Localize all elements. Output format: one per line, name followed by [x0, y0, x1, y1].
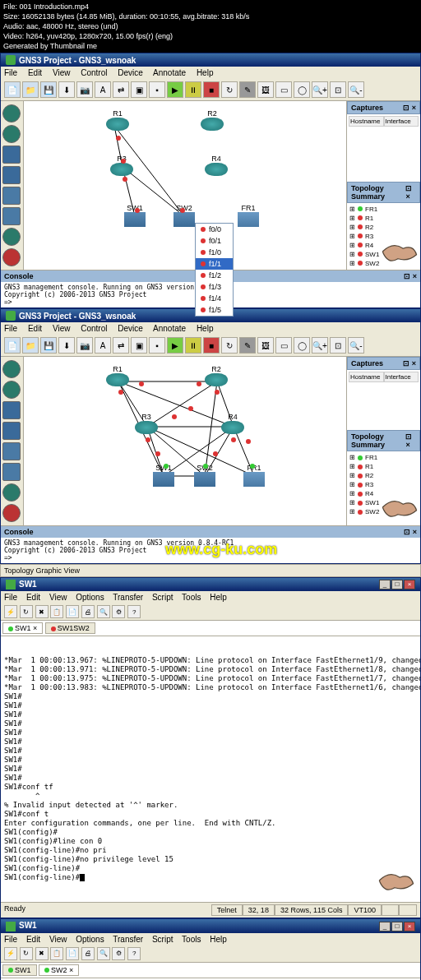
link-tool[interactable] — [2, 483, 21, 502]
find-button[interactable]: 🔍 — [97, 947, 110, 960]
link-tool[interactable] — [2, 228, 21, 246]
paste-button[interactable]: 📄 — [66, 947, 79, 960]
image-button[interactable]: 🖼 — [257, 81, 274, 98]
cancel-tool[interactable] — [2, 248, 21, 266]
console-button[interactable]: ▣ — [131, 81, 147, 98]
show-labels-button[interactable]: A — [95, 337, 111, 354]
close-button[interactable]: × — [404, 922, 415, 931]
console-header[interactable]: Console⊡ × — [1, 526, 420, 538]
zoom-reset-button[interactable]: ⊡ — [330, 81, 346, 98]
zoom-out-button[interactable]: 🔍- — [348, 337, 364, 354]
ctx-item[interactable]: f1/3 — [196, 281, 233, 293]
ctx-item[interactable]: f1/2 — [196, 270, 233, 281]
host-tool[interactable] — [2, 442, 21, 460]
open-button[interactable]: 📁 — [22, 337, 39, 354]
save-button[interactable]: 💾 — [40, 337, 57, 354]
switch-tool[interactable] — [2, 146, 21, 164]
menu-help[interactable]: Help — [210, 593, 227, 602]
ctx-item[interactable]: f0/1 — [196, 235, 233, 247]
device-r4[interactable]: R4 — [205, 155, 228, 176]
menu-file[interactable]: File — [4, 68, 17, 77]
find-button[interactable]: 🔍 — [97, 605, 110, 618]
menu-script[interactable]: Script — [152, 935, 173, 944]
device-r3[interactable]: R3 — [135, 413, 158, 434]
topo-item[interactable]: ⊞FR1 — [349, 453, 419, 462]
pause-button[interactable]: ⏸ — [185, 337, 201, 354]
menu-device[interactable]: Device — [118, 68, 143, 77]
maximize-button[interactable]: □ — [391, 580, 403, 589]
menubar[interactable]: File Edit View Control Device Annotate H… — [1, 322, 420, 335]
menu-view[interactable]: View — [53, 68, 71, 77]
copy-button[interactable]: 📋 — [50, 605, 63, 618]
device-sw2[interactable]: SW2 — [173, 204, 195, 227]
topology-header[interactable]: Topology Summary⊡ × — [347, 430, 420, 451]
topology-view-bar[interactable]: Topology Graphic View — [0, 564, 421, 577]
ctx-item[interactable]: f1/0 — [196, 247, 233, 258]
play-button[interactable]: ▶ — [167, 81, 183, 98]
menu-control[interactable]: Control — [81, 68, 107, 77]
host-tool[interactable] — [2, 187, 21, 205]
device-r2[interactable]: R2 — [201, 109, 224, 131]
cloud-tool[interactable] — [2, 463, 21, 481]
captures-header[interactable]: Captures⊡ × — [347, 101, 420, 114]
topo-item[interactable]: ⊞R3 — [349, 480, 419, 489]
copy-button[interactable]: 📋 — [50, 947, 63, 960]
reload-button[interactable]: ↻ — [221, 337, 238, 354]
device-r2[interactable]: R2 — [205, 365, 228, 386]
disconnect-button[interactable]: ✖ — [35, 605, 49, 618]
console-button[interactable]: ▣ — [131, 337, 147, 354]
ctx-item-selected[interactable]: f1/1 — [196, 258, 233, 270]
show-ports-button[interactable]: ⇄ — [113, 337, 129, 354]
router-tool[interactable] — [2, 104, 21, 122]
tab-sw2[interactable]: SW2 × — [39, 964, 79, 976]
router-tool[interactable] — [2, 360, 21, 378]
properties-button[interactable]: ⚙ — [112, 947, 125, 960]
topo-item[interactable]: ⊞R2 — [349, 471, 419, 480]
tab-sw1sw2[interactable]: SW1SW2 — [45, 622, 95, 634]
rect-button[interactable]: ▭ — [275, 81, 292, 98]
switch-tool[interactable] — [2, 401, 21, 419]
col-hostname[interactable]: Hostname — [349, 116, 384, 127]
captures-header[interactable]: Captures⊡ × — [347, 357, 420, 370]
device-fr1[interactable]: FR1 — [238, 204, 259, 227]
paste-button[interactable]: 📄 — [66, 605, 79, 618]
tab-sw1[interactable]: SW1 — [2, 964, 37, 976]
cloud-tool[interactable] — [2, 207, 21, 225]
new-button[interactable]: 📄 — [4, 337, 21, 354]
terminal-button[interactable]: ▪ — [149, 337, 165, 354]
note-button[interactable]: ✎ — [239, 337, 256, 354]
topo-item[interactable]: ⊞R2 — [349, 223, 419, 232]
image-button[interactable]: 🖼 — [257, 337, 274, 354]
menubar[interactable]: File Edit View Options Transfer Script T… — [1, 933, 420, 945]
export-button[interactable]: ⬇ — [58, 337, 75, 354]
menu-device[interactable]: Device — [118, 324, 143, 333]
ellipse-button[interactable]: ◯ — [294, 337, 310, 354]
menu-file[interactable]: File — [4, 935, 17, 944]
menu-script[interactable]: Script — [152, 593, 173, 602]
menu-edit[interactable]: Edit — [26, 593, 40, 602]
snapshot-button[interactable]: 📷 — [76, 81, 93, 98]
stop-button[interactable]: ■ — [203, 337, 220, 354]
menubar[interactable]: File Edit View Options Transfer Script T… — [1, 591, 420, 603]
zoom-reset-button[interactable]: ⊡ — [330, 337, 346, 354]
maximize-button[interactable]: □ — [391, 922, 403, 931]
export-button[interactable]: ⬇ — [58, 81, 75, 98]
play-button[interactable]: ▶ — [167, 337, 183, 354]
reconnect-button[interactable]: ↻ — [20, 605, 33, 618]
topo-item[interactable]: ⊞R1 — [349, 214, 419, 223]
topology-header[interactable]: Topology Summary⊡ × — [347, 182, 420, 203]
device-sw1[interactable]: SW1 — [124, 204, 146, 227]
device-r1[interactable]: R1 — [106, 109, 129, 131]
menu-help[interactable]: Help — [210, 935, 227, 944]
menubar[interactable]: File Edit View Control Device Annotate H… — [1, 67, 420, 79]
reload-button[interactable]: ↻ — [221, 81, 238, 98]
show-ports-button[interactable]: ⇄ — [113, 81, 129, 98]
menu-tools[interactable]: Tools — [182, 935, 201, 944]
menu-file[interactable]: File — [4, 593, 17, 602]
print-button[interactable]: 🖨 — [81, 947, 95, 960]
minimize-button[interactable]: _ — [379, 580, 391, 589]
router-fw-tool[interactable] — [2, 381, 21, 399]
device-r1[interactable]: R1 — [106, 365, 129, 386]
device-r4[interactable]: R4 — [221, 413, 244, 434]
reconnect-button[interactable]: ↻ — [20, 947, 33, 960]
